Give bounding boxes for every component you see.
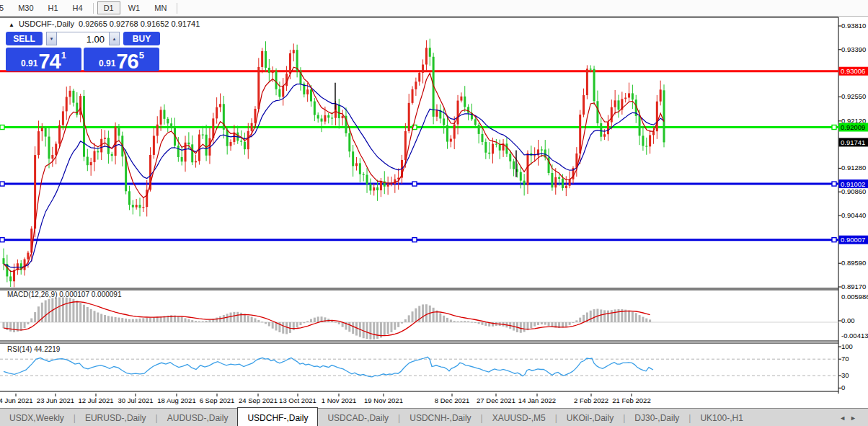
candle-body[interactable] [230, 142, 232, 146]
candle-body[interactable] [83, 96, 85, 156]
candle-body[interactable] [366, 175, 368, 185]
candle-body[interactable] [115, 127, 117, 156]
candle-body[interactable] [408, 103, 410, 131]
candle-body[interactable] [132, 205, 134, 208]
candle-body[interactable] [51, 155, 53, 159]
candle-body[interactable] [520, 172, 522, 181]
candle-body[interactable] [317, 115, 319, 119]
candle-body[interactable] [632, 93, 634, 99]
tabs-scroll-left-icon[interactable]: ◄ [839, 414, 850, 422]
candle-body[interactable] [460, 97, 462, 101]
candle-body[interactable] [265, 51, 267, 68]
candle-body[interactable] [45, 128, 47, 137]
candle-body[interactable] [464, 97, 466, 107]
candle-body[interactable] [202, 135, 204, 136]
candle-body[interactable] [492, 144, 494, 154]
candle-body[interactable] [499, 145, 501, 151]
candle-body[interactable] [565, 186, 567, 188]
candle-body[interactable] [523, 181, 526, 185]
candle-body[interactable] [219, 104, 221, 107]
candle-body[interactable] [593, 69, 595, 102]
candle-body[interactable] [261, 51, 263, 67]
candle-body[interactable] [327, 115, 329, 117]
candle-body[interactable] [136, 205, 138, 207]
candle-body[interactable] [412, 89, 414, 103]
tab-uk100-h1[interactable]: UK100-,H1 [691, 409, 752, 426]
candle-body[interactable] [618, 100, 620, 110]
candle-body[interactable] [624, 97, 626, 99]
candle-body[interactable] [24, 259, 26, 270]
candle-body[interactable] [275, 71, 278, 89]
sell-button[interactable]: SELL [6, 32, 43, 45]
candle-body[interactable] [310, 89, 312, 101]
candle-body[interactable] [342, 116, 344, 118]
candle-body[interactable] [177, 146, 180, 157]
candle-body[interactable] [645, 146, 647, 146]
candle-body[interactable] [3, 258, 5, 264]
line-handle[interactable] [412, 238, 417, 242]
tab-dj30-daily[interactable]: DJ30-,Daily [625, 409, 688, 426]
line-handle[interactable] [412, 182, 417, 186]
line-handle[interactable] [0, 238, 4, 242]
candle-body[interactable] [97, 151, 99, 153]
candle-body[interactable] [247, 131, 249, 149]
candle-body[interactable] [348, 133, 350, 151]
candle-body[interactable] [526, 154, 528, 185]
candle-body[interactable] [554, 177, 557, 187]
candle-body[interactable] [415, 81, 417, 89]
candle-body[interactable] [244, 142, 246, 149]
candle-body[interactable] [481, 134, 483, 142]
candle-body[interactable] [352, 151, 354, 166]
candle-body[interactable] [331, 117, 333, 118]
candle-body[interactable] [652, 131, 655, 135]
candle-body[interactable] [425, 48, 428, 64]
candle-body[interactable] [324, 115, 326, 122]
candle-body[interactable] [195, 161, 197, 162]
volume-input[interactable] [57, 33, 109, 45]
candle-body[interactable] [656, 102, 658, 131]
collapse-chart-icon[interactable]: ▲ [9, 22, 14, 28]
candle-body[interactable] [484, 142, 487, 153]
candle-body[interactable] [509, 154, 511, 161]
candle-body[interactable] [488, 153, 490, 154]
candle-body[interactable] [58, 125, 61, 144]
volume-decrease-button[interactable]: ▼ [46, 32, 57, 45]
candle-body[interactable] [404, 131, 407, 160]
candle-body[interactable] [94, 151, 96, 162]
candle-body[interactable] [376, 187, 378, 190]
candle-body[interactable] [583, 95, 585, 115]
candle-body[interactable] [167, 119, 169, 123]
tab-eurusd-daily[interactable]: EURUSD-,Daily [76, 409, 156, 426]
candle-body[interactable] [450, 139, 452, 142]
candle-body[interactable] [579, 115, 581, 154]
buy-button[interactable]: BUY [123, 32, 160, 45]
candle-body[interactable] [505, 143, 508, 154]
candle-body[interactable] [9, 276, 12, 281]
candle-body[interactable] [600, 123, 602, 137]
candle-body[interactable] [418, 73, 420, 81]
tab-ukoil-daily[interactable]: UKOil-,Daily [557, 409, 623, 426]
candle-body[interactable] [87, 157, 89, 166]
candle-body[interactable] [240, 141, 242, 141]
candle-body[interactable] [181, 157, 183, 161]
candle-body[interactable] [390, 184, 392, 185]
candle-body[interactable] [443, 118, 445, 125]
candle-body[interactable] [160, 110, 162, 124]
candle-body[interactable] [72, 91, 74, 103]
candle-body[interactable] [558, 177, 560, 179]
ask-price[interactable]: 0.91 76 5 [84, 48, 159, 71]
candle-body[interactable] [216, 107, 218, 119]
candle-body[interactable] [614, 100, 616, 107]
candle-body[interactable] [257, 67, 260, 109]
candle-body[interactable] [289, 53, 291, 74]
candle-body[interactable] [104, 138, 106, 139]
candle-body[interactable] [639, 116, 641, 136]
candle-body[interactable] [478, 125, 480, 134]
candle-body[interactable] [128, 191, 130, 205]
candle-body[interactable] [660, 89, 662, 101]
candle-body[interactable] [187, 143, 190, 145]
line-handle[interactable] [832, 238, 836, 242]
candle-body[interactable] [282, 86, 284, 97]
tab-usdx-weekly[interactable]: USDX,Weekly [0, 409, 74, 426]
candle-body[interactable] [569, 179, 571, 186]
